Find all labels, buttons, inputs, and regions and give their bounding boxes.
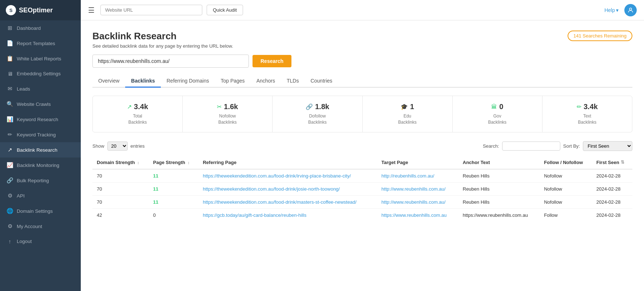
referring-page-cell[interactable]: https://theweekendedition.com.au/food-dr… [198, 169, 377, 183]
leads-icon: ✉ [7, 85, 13, 92]
sidebar-item-backlink-research[interactable]: ↗Backlink Research [0, 142, 81, 158]
sort-icon-0: ↕ [137, 160, 139, 165]
sidebar-item-my-account[interactable]: ⚙My Account [0, 219, 81, 234]
sidebar-item-keyword-tracking[interactable]: ✏Keyword Tracking [0, 127, 81, 142]
sidebar-item-bulk-reporting[interactable]: 🔗Bulk Reporting [0, 173, 81, 188]
research-button[interactable]: Research [253, 55, 291, 67]
tab-referring-domains[interactable]: Referring Domains [161, 75, 215, 88]
sort-select[interactable]: First SeenDomain StrengthPage Strength [583, 141, 632, 151]
sidebar-item-label: Keyword Research [17, 117, 58, 122]
page-strength-cell: 11 [149, 169, 199, 183]
header-right: Help ▾ [604, 4, 637, 16]
col-header-referring-page[interactable]: Referring Page [198, 156, 377, 169]
search-label: Search: [483, 143, 499, 149]
target-page-cell[interactable]: http://www.reubenhills.com.au/ [377, 195, 458, 208]
stat-icon-5: ✏ [577, 103, 581, 110]
sidebar-nav: ⊞Dashboard📄Report Templates📋White Label … [0, 20, 81, 249]
show-select[interactable]: 2050100 [107, 141, 128, 151]
hamburger-button[interactable]: ☰ [88, 6, 95, 15]
stat-value-1: 1.6k [224, 103, 238, 111]
stat-icon-4: 🏛 [491, 104, 497, 110]
first-seen-cell: 2024-02-28 [592, 169, 632, 183]
backlinks-table: Domain Strength ↕Page Strength ↕Referrin… [92, 156, 632, 222]
show-label: Show [92, 143, 104, 149]
referring-page-cell[interactable]: https://theweekendedition.com.au/food-dr… [198, 195, 377, 208]
embedding-settings-icon: 🖥 [7, 71, 13, 77]
col-header-anchor-text[interactable]: Anchor Text [458, 156, 540, 169]
page-header-left: Backlink Research See detailed backlink … [92, 31, 233, 49]
sidebar-item-embedding-settings[interactable]: 🖥Embedding Settings [0, 66, 81, 81]
page-strength-cell: 11 [149, 182, 199, 195]
tab-overview[interactable]: Overview [92, 75, 125, 88]
search-input[interactable] [502, 141, 560, 151]
tab-tlds[interactable]: TLDs [281, 75, 305, 88]
tab-countries[interactable]: Countries [305, 75, 338, 88]
sidebar-item-label: Leads [17, 86, 30, 92]
follow-nofollow-cell: Nofollow [540, 182, 592, 195]
sidebar-item-domain-settings[interactable]: 🌐Domain Settings [0, 203, 81, 219]
anchor-text-cell: Reuben Hills [458, 195, 540, 208]
main-content: Backlink Research See detailed backlink … [81, 20, 644, 291]
sidebar-item-label: My Account [17, 224, 42, 229]
anchor-text-cell: Reuben Hills [458, 182, 540, 195]
col-header-domain-strength[interactable]: Domain Strength ↕ [92, 156, 149, 169]
sidebar-item-logout[interactable]: ↑Logout [0, 234, 81, 249]
sidebar-item-leads[interactable]: ✉Leads [0, 81, 81, 96]
sidebar-item-label: Bulk Reporting [17, 178, 49, 183]
target-page-cell[interactable]: http://reubenhills.com.au/ [377, 169, 458, 183]
follow-nofollow-cell: Follow [540, 208, 592, 222]
follow-nofollow-cell: Nofollow [540, 195, 592, 208]
sidebar-item-website-crawls[interactable]: 🔍Website Crawls [0, 96, 81, 112]
sidebar-item-report-templates[interactable]: 📄Report Templates [0, 36, 81, 51]
main-wrapper: ☰ Quick Audit Help ▾ Backlink Research S… [81, 0, 644, 291]
page-header-row: Backlink Research See detailed backlink … [92, 31, 632, 49]
quick-audit-button[interactable]: Quick Audit [207, 5, 243, 15]
sidebar-item-white-label-reports[interactable]: 📋White Label Reports [0, 51, 81, 66]
header: ☰ Quick Audit Help ▾ [81, 0, 644, 20]
domain-strength-cell: 70 [92, 195, 149, 208]
stat-label-1: NofollowBacklinks [188, 113, 266, 125]
domain-strength-cell: 70 [92, 182, 149, 195]
sidebar-item-label: Backlink Monitoring [17, 163, 59, 168]
tab-anchors[interactable]: Anchors [251, 75, 281, 88]
referring-page-cell[interactable]: https://gcb.today/au/gift-card-balance/r… [198, 208, 377, 222]
searches-remaining-badge: 141 Searches Remaining [568, 31, 632, 41]
col-header-first-seen[interactable]: First Seen ⇅ [592, 156, 632, 169]
sidebar-item-label: Website Crawls [17, 101, 51, 107]
sidebar-item-dashboard[interactable]: ⊞Dashboard [0, 20, 81, 36]
table-row: 70 11 https://theweekendedition.com.au/f… [92, 169, 632, 183]
backlink-monitoring-icon: 📈 [7, 162, 13, 168]
stat-edu: 🎓 1 EduBacklinks [363, 96, 453, 132]
sort-by-label: Sort By: [563, 143, 580, 149]
stat-total: ↗ 3.4k TotalBacklinks [93, 96, 183, 132]
col-header-target-page[interactable]: Target Page [377, 156, 458, 169]
sidebar-item-label: Domain Settings [17, 208, 53, 214]
target-page-cell[interactable]: http://www.reubenhills.com.au/ [377, 182, 458, 195]
page-subtitle: See detailed backlink data for any page … [92, 43, 233, 49]
url-input[interactable] [92, 55, 249, 68]
table-row: 70 11 https://theweekendedition.com.au/f… [92, 182, 632, 195]
page-title: Backlink Research [92, 31, 233, 42]
target-page-cell[interactable]: https://www.reubenhills.com.au [377, 208, 458, 222]
bulk-reporting-icon: 🔗 [7, 177, 13, 184]
stat-value-4: 0 [499, 103, 503, 111]
page-strength-cell: 0 [149, 208, 199, 222]
stat-icon-2: 🔗 [306, 103, 313, 110]
tab-backlinks[interactable]: Backlinks [125, 75, 160, 88]
header-url-input[interactable] [100, 5, 202, 15]
col-header-follow-nofollow[interactable]: Follow / Nofollow [540, 156, 592, 169]
help-link[interactable]: Help ▾ [604, 7, 619, 13]
sidebar-item-label: API [17, 193, 25, 199]
tab-top-pages[interactable]: Top Pages [215, 75, 250, 88]
sidebar-item-label: Backlink Research [17, 147, 57, 153]
sidebar-item-keyword-research[interactable]: 📊Keyword Research [0, 112, 81, 127]
referring-page-cell[interactable]: https://theweekendedition.com.au/food-dr… [198, 182, 377, 195]
col-header-page-strength[interactable]: Page Strength ↕ [149, 156, 199, 169]
user-avatar[interactable] [624, 4, 637, 16]
sidebar: S SEOptimer ⊞Dashboard📄Report Templates📋… [0, 0, 81, 291]
logo[interactable]: S SEOptimer [0, 0, 81, 20]
sidebar-item-backlink-monitoring[interactable]: 📈Backlink Monitoring [0, 158, 81, 173]
stat-gov: 🏛 0 GovBacklinks [453, 96, 542, 132]
sidebar-item-api[interactable]: ⚙API [0, 188, 81, 203]
white-label-reports-icon: 📋 [7, 55, 13, 62]
